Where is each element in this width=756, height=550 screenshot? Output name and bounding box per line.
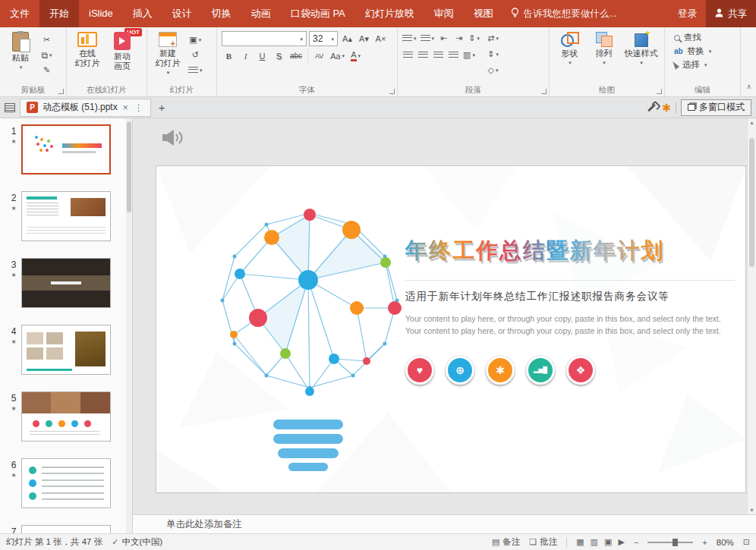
cut-button[interactable]: ✂	[39, 33, 54, 47]
reset-slide-button[interactable]: ↺	[187, 48, 204, 62]
tab-design[interactable]: 设计	[162, 0, 202, 27]
font-name-select[interactable]: ▾	[222, 31, 307, 46]
notes-toggle-button[interactable]: ▤ 备注	[492, 536, 520, 548]
increase-font-size-button[interactable]: A▴	[340, 32, 354, 46]
zoom-in-button[interactable]: +	[702, 538, 707, 547]
replace-button[interactable]: ab替换▾	[668, 46, 737, 57]
globe-badge[interactable]: ⊕	[446, 356, 474, 385]
drawing-dialog-launcher[interactable]	[657, 89, 662, 94]
zoom-level[interactable]: 80%	[717, 538, 734, 547]
zoom-slider-thumb[interactable]	[673, 539, 678, 546]
font-size-select[interactable]: 32▾	[309, 31, 338, 46]
italic-button[interactable]: I	[238, 49, 253, 63]
tab-insert[interactable]: 插入	[123, 0, 162, 27]
format-painter-button[interactable]: ✎	[39, 63, 54, 77]
tell-me-box[interactable]: 告诉我您想要做什么...	[511, 0, 617, 27]
normal-view-button[interactable]: ▦	[576, 537, 584, 547]
sign-in-button[interactable]: 登录	[669, 0, 706, 27]
align-left-button[interactable]	[401, 48, 415, 62]
megaphone-badge[interactable]: ❖	[566, 356, 595, 385]
section-button[interactable]: ▾	[187, 63, 204, 77]
tab-animations[interactable]: 动画	[241, 0, 281, 27]
new-slide-button[interactable]: 新建 幻灯片 ▾	[150, 30, 185, 84]
slide-thumbnail-row-5[interactable]: 5★	[0, 385, 132, 452]
slide-thumbnail-row-1[interactable]: 1★	[0, 118, 132, 185]
document-list-icon[interactable]	[5, 103, 15, 112]
arrange-button[interactable]: 排列 ▾	[587, 30, 621, 84]
change-case-button[interactable]: Aa▾	[329, 49, 346, 63]
tab-review[interactable]: 审阅	[424, 0, 464, 27]
slide-title[interactable]: 年终工作总结暨新年计划	[405, 236, 735, 266]
settings-gear-icon[interactable]: ✱	[662, 102, 671, 113]
tab-islide[interactable]: iSlide	[79, 0, 123, 27]
font-dialog-launcher[interactable]	[389, 89, 395, 94]
convert-to-smartart-button[interactable]: ◇▾	[486, 63, 500, 77]
slide-body-text[interactable]: Your content to play here, or through yo…	[405, 313, 724, 338]
document-tab[interactable]: P 动态模板 (51).pptx × ⋮	[20, 99, 151, 117]
slide-thumbnail-row-4[interactable]: 4★	[0, 319, 132, 385]
clipboard-dialog-launcher[interactable]	[58, 89, 64, 94]
decrease-font-size-button[interactable]: A▾	[357, 32, 371, 46]
canvas-scrollbar[interactable]: ▲ ▼	[747, 118, 756, 514]
multi-window-mode-button[interactable]: 多窗口模式	[681, 99, 751, 116]
strikethrough-button[interactable]: abc	[288, 49, 304, 63]
tab-file[interactable]: 文件	[0, 0, 39, 27]
quick-styles-button[interactable]: 快速样式 ▾	[621, 30, 661, 84]
panel-scrollbar[interactable]	[126, 118, 132, 533]
decrease-indent-button[interactable]: ⇤	[436, 31, 451, 46]
slide-sorter-view-button[interactable]: ▥	[591, 537, 598, 547]
document-menu-button[interactable]: ⋮	[134, 102, 144, 113]
numbering-button[interactable]: ▾	[419, 31, 436, 46]
chart-badge[interactable]: ▂▅█	[526, 356, 555, 385]
online-slide-button[interactable]: 在线 幻灯片	[70, 30, 105, 71]
justify-button[interactable]	[446, 48, 461, 62]
slide-editing-surface[interactable]: 年终工作总结暨新年计划 适用于新年计划年终总结工作汇报述职报告商务会议等 You…	[156, 165, 746, 493]
find-button[interactable]: 查找	[668, 32, 737, 43]
zoom-slider[interactable]	[647, 542, 693, 543]
new-document-button[interactable]: +	[156, 101, 169, 114]
underline-button[interactable]: U	[255, 49, 269, 63]
bold-button[interactable]: B	[222, 49, 236, 63]
slide-thumbnail[interactable]	[21, 325, 111, 375]
gear-badge[interactable]: ✱	[486, 356, 515, 385]
slide-thumbnail[interactable]	[21, 258, 111, 308]
lightbulb-network-graphic[interactable]	[196, 183, 424, 479]
slide-thumbnail[interactable]	[21, 391, 111, 442]
heart-badge[interactable]: ♥	[405, 356, 434, 385]
align-text-button[interactable]: ⇕▾	[486, 47, 500, 61]
slide-thumbnail[interactable]	[21, 191, 111, 241]
align-center-button[interactable]	[416, 48, 430, 62]
shapes-button[interactable]: 形状 ▾	[553, 30, 587, 84]
tab-slideshow[interactable]: 幻灯片放映	[355, 0, 424, 27]
fit-to-window-icon[interactable]: ⊡	[743, 537, 750, 547]
share-button[interactable]: 共享	[706, 0, 756, 27]
slide-thumbnail-row-3[interactable]: 3★	[0, 252, 132, 319]
slide-thumbnail[interactable]	[21, 525, 111, 533]
slide-thumbnail[interactable]	[21, 458, 111, 508]
copy-button[interactable]: ⧉▾	[39, 48, 54, 62]
align-right-button[interactable]	[431, 48, 446, 62]
tab-view[interactable]: 视图	[464, 0, 503, 27]
reading-view-button[interactable]: ▣	[604, 537, 612, 547]
comments-toggle-button[interactable]: ❏ 批注	[529, 536, 557, 548]
slide-thumbnail-row-2[interactable]: 2★	[0, 185, 132, 252]
slide-layout-button[interactable]: ▣▾	[187, 33, 204, 47]
zoom-out-button[interactable]: −	[634, 538, 638, 547]
tab-pocket-animation[interactable]: 口袋动画 PA	[281, 0, 355, 27]
font-color-button[interactable]: A▾	[348, 49, 363, 63]
scroll-up-icon[interactable]: ▲	[748, 120, 756, 125]
slide-thumbnail[interactable]	[21, 124, 111, 174]
slide-thumbnail-row-7[interactable]: 7	[0, 519, 132, 533]
language-status[interactable]: ✓ 中文(中国)	[112, 536, 162, 548]
increase-indent-button[interactable]: ⇥	[452, 31, 466, 46]
line-spacing-button[interactable]: ⇕▾	[467, 31, 481, 46]
text-shadow-button[interactable]: S	[272, 49, 286, 63]
character-spacing-button[interactable]: AV	[312, 49, 326, 63]
clear-formatting-button[interactable]: A×	[373, 32, 388, 46]
audio-speaker-object[interactable]	[160, 127, 184, 150]
paste-button[interactable]: 粘贴 ▾	[3, 30, 38, 84]
collapse-ribbon-button[interactable]: ∧	[746, 83, 751, 90]
select-button[interactable]: 选择▾	[668, 59, 737, 71]
tab-home[interactable]: 开始	[39, 0, 79, 27]
tools-icon[interactable]	[647, 103, 656, 112]
